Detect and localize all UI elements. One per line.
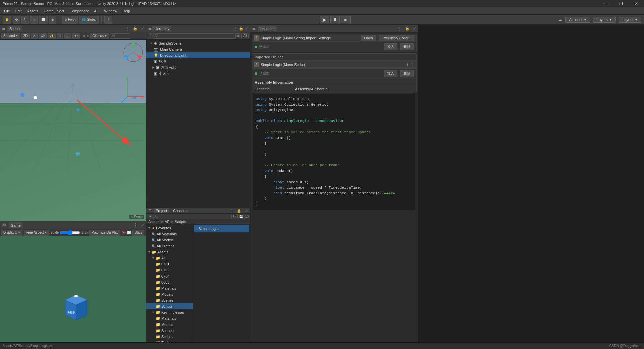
proj-kevin-models[interactable]: 📁 Models [146, 321, 193, 328]
inspector-lock-icon[interactable]: 🔒 [405, 26, 410, 31]
proj-materials[interactable]: 📁 Materials [146, 285, 193, 291]
hier-item-samplescene[interactable]: ▼ ⊙ SampleScene [146, 40, 250, 46]
layout-button[interactable]: Layout ▼ [619, 17, 641, 23]
menu-dots-icon[interactable]: ⋮ [411, 62, 414, 67]
snap-button[interactable]: ⋮ [104, 16, 112, 24]
hier-item-directions[interactable]: ▶ ▣ 东西南北 [146, 64, 250, 70]
hierarchy-add-button[interactable]: + [148, 33, 153, 38]
proj-scenes[interactable]: 📁 Scenes [146, 297, 193, 303]
project-search-input[interactable] [153, 214, 231, 219]
audio-button[interactable]: 🔊 [39, 33, 47, 39]
transform-tool-button[interactable]: ⊕ [49, 16, 56, 24]
effects-button[interactable]: ✨ [48, 33, 56, 39]
delete-button-2[interactable]: 删除 [400, 70, 414, 77]
menu-window[interactable]: Window [101, 8, 120, 14]
aspect-dropdown[interactable]: Free Aspect ▼ [24, 230, 49, 236]
game-options-icon[interactable]: ⋮ [133, 222, 138, 228]
proj-kevin-scenes[interactable]: 📁 Scenes [146, 328, 193, 334]
hier-item-field[interactable]: ▣ 场地 [146, 58, 250, 64]
game-canvas[interactable]: 教教教 [0, 236, 146, 349]
layers-button[interactable]: Layers ▼ [593, 17, 616, 23]
render-mode-button[interactable]: ⬚ [64, 33, 71, 39]
hier-item-train[interactable]: ▣ 小火车 [146, 70, 250, 77]
proj-assets-header[interactable]: ▼ 📁 Assets [146, 249, 193, 255]
grid-vis-button[interactable]: ⊞ [57, 33, 63, 39]
inspector-maximize-icon[interactable]: ⤢ [413, 26, 416, 31]
hier-item-dirlight[interactable]: 💡 Directional Light [146, 52, 250, 58]
proj-favorites-header[interactable]: ▼ ★ Favorites [146, 225, 193, 231]
move-tool-button[interactable]: ✛ [13, 16, 20, 24]
account-button[interactable]: Account ▼ [565, 17, 590, 23]
proj-all-materials[interactable]: 🔍 All Materials [146, 231, 193, 237]
hierarchy-filter-button[interactable]: ⊕ [235, 33, 241, 38]
console-tab[interactable]: Console [171, 208, 189, 213]
proj-kevin-materials[interactable]: 📁 Materials [146, 315, 193, 321]
breadcrumb-assets[interactable]: Assets [148, 220, 159, 224]
hierarchy-lock-icon[interactable]: 🔒 [239, 26, 244, 31]
restore-button[interactable]: ❐ [613, 0, 629, 7]
rect-tool-button[interactable]: ⬜ [39, 16, 48, 24]
sign-in-button-2[interactable]: 签入 [384, 70, 397, 77]
mute-icon[interactable]: 🔇 [122, 231, 126, 234]
window-controls[interactable]: — ❐ ✕ [598, 0, 644, 7]
proj-kevin-scripts[interactable]: 📁 Scripts [146, 334, 193, 340]
rotate-tool-button[interactable]: ↻ [21, 16, 29, 24]
global-button[interactable]: 🌐 Global [79, 16, 99, 24]
proj-0704[interactable]: 📁 0704 [146, 273, 193, 279]
pivot-button[interactable]: ⊙ Pivot [62, 16, 78, 24]
project-lock-icon[interactable]: 🔒 [237, 209, 241, 213]
proj-0701[interactable]: 📁 0701 [146, 261, 193, 267]
hier-item-maincamera[interactable]: 📷 Main Camera [146, 46, 250, 52]
menu-component[interactable]: Component [67, 8, 91, 14]
inspector-tab[interactable]: Inspector [258, 26, 277, 31]
hierarchy-options-icon[interactable]: ⋮ [233, 26, 237, 31]
sign-in-button-1[interactable]: 签入 [384, 43, 397, 50]
info-icon[interactable]: ℹ [407, 62, 408, 67]
display-dropdown[interactable]: Display 1 ▼ [1, 230, 22, 236]
project-options-icon[interactable]: ⋮ [229, 208, 233, 213]
scene-tab[interactable]: Scene [7, 26, 22, 31]
proj-file-simplelogic[interactable]: # SimpleLogic [194, 225, 249, 232]
stats-icon[interactable]: 📊 [127, 231, 131, 234]
scene-vis-button[interactable]: 👁 [72, 33, 80, 39]
project-refresh-button[interactable]: ↻ [231, 214, 237, 219]
lighting-button[interactable]: ☀ [31, 33, 38, 39]
project-tree[interactable]: ▼ ★ Favorites 🔍 All Materials 🔍 All Mode… [146, 224, 193, 349]
proj-kevin[interactable]: ▼ 📁 Kevin Iglesias [146, 309, 193, 315]
proj-all-models[interactable]: 🔍 All Models [146, 237, 193, 243]
gizmos-button[interactable]: Gizmos ▼ [90, 33, 109, 39]
hierarchy-search-input[interactable] [153, 33, 235, 39]
menu-edit[interactable]: Edit [13, 8, 24, 14]
menu-file[interactable]: File [1, 8, 13, 14]
minimize-button[interactable]: — [598, 0, 613, 7]
pause-button[interactable]: ⏸ [330, 16, 340, 23]
menu-gameobject[interactable]: GameObject [41, 8, 67, 14]
menu-assets[interactable]: Assets [24, 8, 41, 14]
inspector-options-icon[interactable]: ⋮ [397, 26, 401, 31]
project-files[interactable]: # SimpleLogic [193, 224, 250, 349]
scene-search-input[interactable] [110, 33, 130, 39]
scene-maximize-icon[interactable]: ⤢ [141, 26, 144, 31]
step-button[interactable]: ⏭ [341, 16, 351, 23]
hand-tool-button[interactable]: ✋ [3, 16, 11, 24]
breadcrumb-af[interactable]: AF [165, 220, 169, 224]
proj-af[interactable]: ▼ 📁 AF [146, 255, 193, 261]
scene-lock-icon[interactable]: 🔒 [133, 26, 138, 31]
proj-0803[interactable]: 📁 0803 [146, 279, 193, 285]
game-maximize-icon[interactable]: ⤢ [141, 223, 144, 227]
menu-help[interactable]: Help [120, 8, 133, 14]
proj-all-prefabs[interactable]: 🔍 All Prefabs [146, 243, 193, 249]
scale-slider[interactable] [60, 230, 80, 235]
hierarchy-tab[interactable]: Hierarchy [152, 26, 171, 31]
proj-models[interactable]: 📁 Models [146, 291, 193, 297]
hierarchy-all-button[interactable]: All [241, 33, 249, 38]
proj-0702[interactable]: 📁 0702 [146, 267, 193, 273]
shading-dropdown[interactable]: Shaded ▼ [1, 33, 20, 39]
project-add-button[interactable]: + [148, 214, 153, 219]
hierarchy-content[interactable]: ▼ ⊙ SampleScene 📷 Main Camera 💡 Directio… [146, 40, 250, 208]
project-maximize-icon[interactable]: ⤢ [245, 209, 248, 213]
stats-button[interactable]: Stats [132, 230, 144, 236]
scene-canvas[interactable]: ⬟ ◇ ★ ◆ ❋ [0, 40, 146, 221]
execution-order-button[interactable]: Execution Order... [379, 35, 414, 41]
close-button[interactable]: ✕ [629, 0, 644, 7]
